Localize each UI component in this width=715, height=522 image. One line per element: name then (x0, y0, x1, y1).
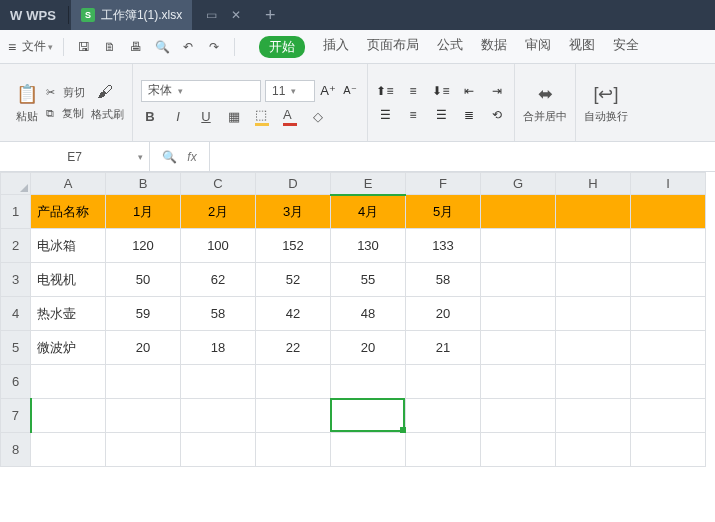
indent-decrease-icon[interactable]: ⇤ (460, 82, 478, 100)
tab-insert[interactable]: 插入 (323, 36, 349, 58)
tab-close-icon[interactable]: ✕ (231, 8, 241, 22)
cell[interactable]: 3月 (256, 195, 331, 229)
col-header-I[interactable]: I (631, 173, 706, 195)
align-left-icon[interactable]: ☰ (376, 106, 394, 124)
cell[interactable]: 133 (406, 229, 481, 263)
col-header-H[interactable]: H (556, 173, 631, 195)
format-painter-button[interactable]: 🖌 格式刷 (91, 83, 124, 122)
undo-icon[interactable]: ↶ (178, 37, 198, 57)
tab-data[interactable]: 数据 (481, 36, 507, 58)
cell[interactable]: 18 (181, 331, 256, 365)
col-header-D[interactable]: D (256, 173, 331, 195)
cell[interactable] (481, 263, 556, 297)
orientation-icon[interactable]: ⟲ (488, 106, 506, 124)
cell[interactable]: 130 (331, 229, 406, 263)
cell[interactable]: 62 (181, 263, 256, 297)
cell[interactable] (331, 399, 406, 433)
align-center-icon[interactable]: ≡ (404, 106, 422, 124)
col-header-F[interactable]: F (406, 173, 481, 195)
cell[interactable]: 59 (106, 297, 181, 331)
cell[interactable] (406, 365, 481, 399)
save-icon[interactable]: 🖫 (74, 37, 94, 57)
cell[interactable] (481, 331, 556, 365)
cell[interactable] (556, 297, 631, 331)
paste-button[interactable]: 📋 粘贴 (14, 81, 40, 124)
print-icon[interactable]: 🖶 (126, 37, 146, 57)
row-header[interactable]: 7 (1, 399, 31, 433)
cell[interactable] (181, 399, 256, 433)
cell[interactable]: 微波炉 (31, 331, 106, 365)
cell[interactable] (481, 433, 556, 467)
tab-formula[interactable]: 公式 (437, 36, 463, 58)
cell[interactable]: 产品名称 (31, 195, 106, 229)
cell[interactable] (556, 263, 631, 297)
cell[interactable] (556, 195, 631, 229)
fx-icon[interactable]: fx (187, 150, 196, 164)
cell[interactable]: 电冰箱 (31, 229, 106, 263)
cell[interactable]: 100 (181, 229, 256, 263)
cell[interactable] (256, 399, 331, 433)
sheet-table[interactable]: A B C D E F G H I 1 产品名称 1月 2月 3月 4月 5月 … (0, 172, 706, 467)
merge-center-button[interactable]: ⬌ 合并居中 (523, 81, 567, 124)
cell[interactable] (406, 399, 481, 433)
cell[interactable] (106, 433, 181, 467)
row-header[interactable]: 4 (1, 297, 31, 331)
cell[interactable]: 20 (106, 331, 181, 365)
cell[interactable]: 电视机 (31, 263, 106, 297)
col-header-A[interactable]: A (31, 173, 106, 195)
row-header[interactable]: 1 (1, 195, 31, 229)
align-bottom-icon[interactable]: ⬇≡ (432, 82, 450, 100)
copy-button[interactable]: ⧉ 复制 (46, 106, 85, 121)
row-header[interactable]: 3 (1, 263, 31, 297)
align-top-icon[interactable]: ⬆≡ (376, 82, 394, 100)
bold-button[interactable]: B (141, 108, 159, 126)
row-header[interactable]: 5 (1, 331, 31, 365)
cell[interactable]: 22 (256, 331, 331, 365)
cell[interactable] (106, 365, 181, 399)
col-header-G[interactable]: G (481, 173, 556, 195)
font-size-select[interactable]: 11 ▾ (265, 80, 315, 102)
distribute-icon[interactable]: ≣ (460, 106, 478, 124)
cell[interactable]: 58 (406, 263, 481, 297)
document-tab[interactable]: S 工作簿1(1).xlsx (71, 0, 192, 30)
font-name-select[interactable]: 宋体 ▾ (141, 80, 261, 102)
cell[interactable] (106, 399, 181, 433)
wrap-text-button[interactable]: [↩] 自动换行 (584, 81, 628, 124)
cell[interactable] (631, 297, 706, 331)
row-header[interactable]: 6 (1, 365, 31, 399)
cell[interactable]: 52 (256, 263, 331, 297)
cell[interactable] (256, 433, 331, 467)
cell[interactable] (631, 195, 706, 229)
cell[interactable] (631, 365, 706, 399)
row-header[interactable]: 8 (1, 433, 31, 467)
cell[interactable]: 20 (406, 297, 481, 331)
cell[interactable]: 42 (256, 297, 331, 331)
cell[interactable]: 152 (256, 229, 331, 263)
save-as-icon[interactable]: 🗎 (100, 37, 120, 57)
formula-input[interactable] (210, 142, 715, 171)
cell[interactable] (556, 399, 631, 433)
cell[interactable] (331, 433, 406, 467)
cell[interactable] (556, 229, 631, 263)
cell[interactable] (481, 195, 556, 229)
cell[interactable] (481, 297, 556, 331)
cell[interactable]: 21 (406, 331, 481, 365)
cell[interactable] (31, 433, 106, 467)
increase-font-icon[interactable]: A⁺ (319, 82, 337, 100)
cell[interactable]: 120 (106, 229, 181, 263)
cell[interactable]: 20 (331, 331, 406, 365)
file-menu[interactable]: 文件 ▾ (22, 38, 53, 55)
indent-increase-icon[interactable]: ⇥ (488, 82, 506, 100)
zoom-icon[interactable]: 🔍 (162, 150, 177, 164)
cell[interactable] (631, 433, 706, 467)
tab-security[interactable]: 安全 (613, 36, 639, 58)
tab-start[interactable]: 开始 (259, 36, 305, 58)
cell[interactable]: 48 (331, 297, 406, 331)
hamburger-icon[interactable]: ≡ (8, 39, 16, 55)
cell[interactable] (556, 331, 631, 365)
cell[interactable]: 1月 (106, 195, 181, 229)
cell[interactable] (631, 229, 706, 263)
select-all-corner[interactable] (1, 173, 31, 195)
cut-button[interactable]: ✂ 剪切 (46, 85, 85, 100)
align-middle-icon[interactable]: ≡ (404, 82, 422, 100)
